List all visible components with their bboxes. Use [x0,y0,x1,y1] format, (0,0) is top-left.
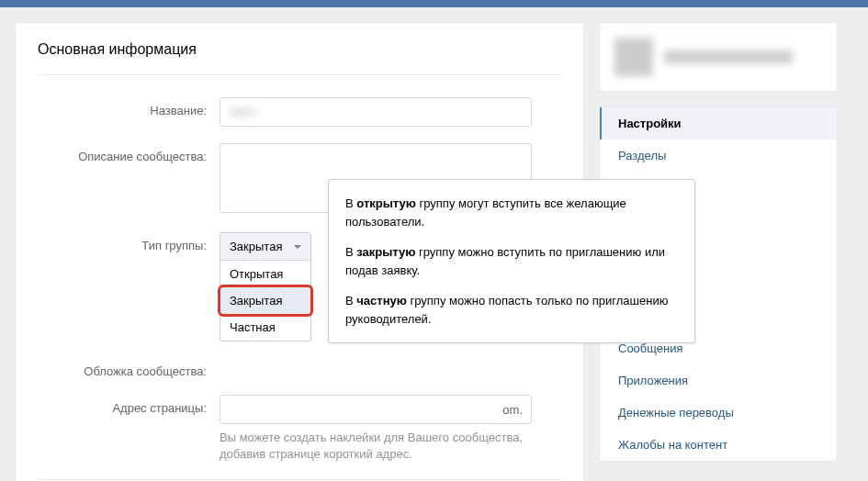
tooltip-line-closed: В закрытую группу можно вступить по приг… [345,243,678,279]
nav-reports[interactable]: Жалобы на контент [600,429,837,461]
option-open[interactable]: Открытая [220,261,310,287]
option-private[interactable]: Частная [220,314,310,341]
page-title: Основная информация [38,41,561,75]
nav-money[interactable]: Денежные переводы [600,397,837,429]
caret-down-icon [294,245,301,249]
type-label: Тип группы: [38,232,220,252]
address-hint: Вы можете создать наклейки для Вашего со… [220,430,532,463]
select-current[interactable]: Закрытая [220,233,310,261]
address-input[interactable] [220,395,532,424]
row-cover: Обложка сообщества: [38,358,561,378]
nav-settings[interactable]: Настройки [600,107,837,140]
avatar [614,38,653,76]
tooltip-line-private: В частную группу можно попасть только по… [345,292,678,328]
type-tooltip: В открытую группу могут вступить все жел… [328,179,695,343]
divider [38,479,561,480]
row-address: Адрес страницы: Вы можете создать наклей… [38,395,561,463]
community-card [599,22,838,92]
desc-label: Описание сообщества: [38,143,220,163]
top-bar [0,0,868,7]
address-label: Адрес страницы: [38,395,220,415]
community-name-blur [664,50,793,63]
row-name: Название: текст [38,97,561,127]
cover-label: Обложка сообщества: [38,358,220,378]
option-closed[interactable]: Закрытая [220,287,310,314]
nav-apps[interactable]: Приложения [600,364,837,397]
main-panel: Основная информация Название: текст Опис… [15,22,584,481]
group-type-select[interactable]: Закрытая Открытая Закрытая Частная [220,232,311,341]
page-container: Основная информация Название: текст Опис… [0,7,868,481]
community-header [600,23,837,91]
name-label: Название: [38,97,220,117]
name-input[interactable] [220,97,532,127]
select-current-label: Закрытая [230,240,282,253]
tooltip-line-open: В открытую группу могут вступить все жел… [345,195,678,230]
nav-sections[interactable]: Разделы [600,140,837,172]
